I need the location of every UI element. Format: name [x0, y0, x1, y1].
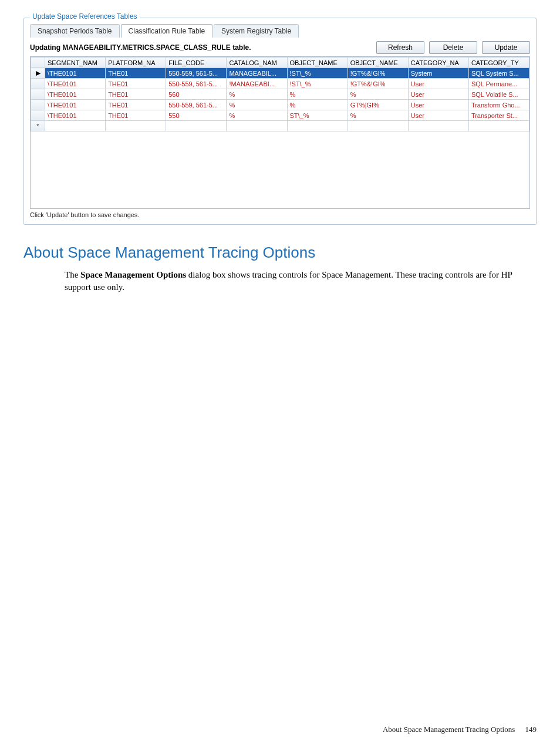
- cell[interactable]: User: [408, 89, 468, 100]
- cell[interactable]: User: [408, 110, 468, 121]
- cell[interactable]: [287, 121, 348, 131]
- cell[interactable]: User: [408, 100, 468, 110]
- cell[interactable]: %: [348, 89, 408, 100]
- cell[interactable]: 560: [166, 89, 227, 100]
- col-file-code[interactable]: FILE_CODE: [166, 58, 227, 68]
- rowheader-blank: [31, 58, 45, 68]
- cell[interactable]: [166, 121, 227, 131]
- row-marker: [31, 79, 45, 89]
- cell[interactable]: %: [287, 100, 348, 110]
- cell[interactable]: [227, 121, 287, 131]
- cell[interactable]: !ST\_%: [287, 68, 348, 79]
- table-row[interactable]: \THE0101THE01550-559, 561-5...!MANAGEABI…: [31, 79, 529, 89]
- cell[interactable]: 550-559, 561-5...: [166, 100, 227, 110]
- cell[interactable]: [468, 121, 529, 131]
- tab-snapshot-periods[interactable]: Snapshot Periods Table: [30, 24, 120, 38]
- cell[interactable]: [348, 121, 408, 131]
- cell[interactable]: Transporter St...: [468, 110, 529, 121]
- cell[interactable]: SQL Permane...: [468, 79, 529, 89]
- update-button[interactable]: Update: [482, 41, 530, 54]
- table-row[interactable]: ▶\THE0101THE01550-559, 561-5...MANAGEABI…: [31, 68, 529, 79]
- cell[interactable]: ST\_%: [287, 110, 348, 121]
- rules-grid[interactable]: SEGMENT_NAM PLATFORM_NA FILE_CODE CATALO…: [30, 56, 530, 209]
- row-marker: [31, 89, 45, 100]
- cell[interactable]: [45, 121, 106, 131]
- cell[interactable]: \THE0101: [45, 68, 106, 79]
- tabstrip: Snapshot Periods Table Classification Ru…: [30, 24, 530, 38]
- cell[interactable]: System: [408, 68, 468, 79]
- cell[interactable]: 550-559, 561-5...: [166, 68, 227, 79]
- cell[interactable]: Transform Gho...: [468, 100, 529, 110]
- cell[interactable]: THE01: [106, 100, 166, 110]
- cell[interactable]: %: [287, 89, 348, 100]
- table-row[interactable]: \THE0101THE01550-559, 561-5...%%GT%|GI%U…: [31, 100, 529, 110]
- row-marker: ▶: [31, 68, 45, 79]
- cell[interactable]: MANAGEABIL...: [227, 68, 287, 79]
- table-row[interactable]: \THE0101THE01560%%%UserSQL Volatile S...: [31, 89, 529, 100]
- update-space-references-panel: Update Space References Tables Snapshot …: [23, 18, 537, 225]
- updating-status: Updating MANAGEABILITY.METRICS.SPACE_CLA…: [30, 43, 251, 52]
- section-paragraph: The Space Management Options dialog box …: [65, 269, 522, 293]
- cell[interactable]: \THE0101: [45, 89, 106, 100]
- section-heading: About Space Management Tracing Options: [23, 244, 537, 262]
- cell[interactable]: \THE0101: [45, 110, 106, 121]
- cell[interactable]: SQL Volatile S...: [468, 89, 529, 100]
- cell[interactable]: %: [227, 100, 287, 110]
- row-marker: [31, 110, 45, 121]
- col-category-type[interactable]: CATEGORY_TY: [468, 58, 529, 68]
- cell[interactable]: 550: [166, 110, 227, 121]
- cell[interactable]: %: [227, 110, 287, 121]
- col-object-name-1[interactable]: OBJECT_NAME: [287, 58, 348, 68]
- col-platform-name[interactable]: PLATFORM_NA: [106, 58, 166, 68]
- cell[interactable]: !ST\_%: [287, 79, 348, 89]
- refresh-button[interactable]: Refresh: [376, 41, 424, 54]
- new-row[interactable]: *: [31, 121, 529, 131]
- save-hint: Click 'Update' button to save changes.: [30, 211, 530, 218]
- cell[interactable]: THE01: [106, 79, 166, 89]
- cell[interactable]: %: [227, 89, 287, 100]
- col-catalog-name[interactable]: CATALOG_NAM: [227, 58, 287, 68]
- cell[interactable]: !MANAGEABI...: [227, 79, 287, 89]
- cell[interactable]: \THE0101: [45, 79, 106, 89]
- cell[interactable]: GT%|GI%: [348, 100, 408, 110]
- cell[interactable]: !GT%&!GI%: [348, 79, 408, 89]
- row-marker: [31, 100, 45, 110]
- cell[interactable]: !GT%&!GI%: [348, 68, 408, 79]
- cell[interactable]: \THE0101: [45, 100, 106, 110]
- delete-button[interactable]: Delete: [429, 41, 477, 54]
- cell[interactable]: SQL System S...: [468, 68, 529, 79]
- col-segment-name[interactable]: SEGMENT_NAM: [45, 58, 106, 68]
- table-row[interactable]: \THE0101THE01550%ST\_%%UserTransporter S…: [31, 110, 529, 121]
- cell[interactable]: [106, 121, 166, 131]
- cell[interactable]: %: [348, 110, 408, 121]
- col-object-name-2[interactable]: OBJECT_NAME: [348, 58, 408, 68]
- cell[interactable]: THE01: [106, 68, 166, 79]
- new-row-marker: *: [31, 121, 45, 131]
- cell[interactable]: 550-559, 561-5...: [166, 79, 227, 89]
- cell[interactable]: THE01: [106, 110, 166, 121]
- col-category-name[interactable]: CATEGORY_NA: [408, 58, 468, 68]
- tab-classification-rule[interactable]: Classification Rule Table: [121, 24, 213, 38]
- para-pre: The: [65, 270, 80, 279]
- cell[interactable]: [408, 121, 468, 131]
- panel-title: Update Space References Tables: [30, 12, 140, 21]
- tab-system-registry[interactable]: System Registry Table: [214, 24, 299, 38]
- dialog-name: Space Management Options: [80, 270, 186, 279]
- cell[interactable]: User: [408, 79, 468, 89]
- cell[interactable]: THE01: [106, 89, 166, 100]
